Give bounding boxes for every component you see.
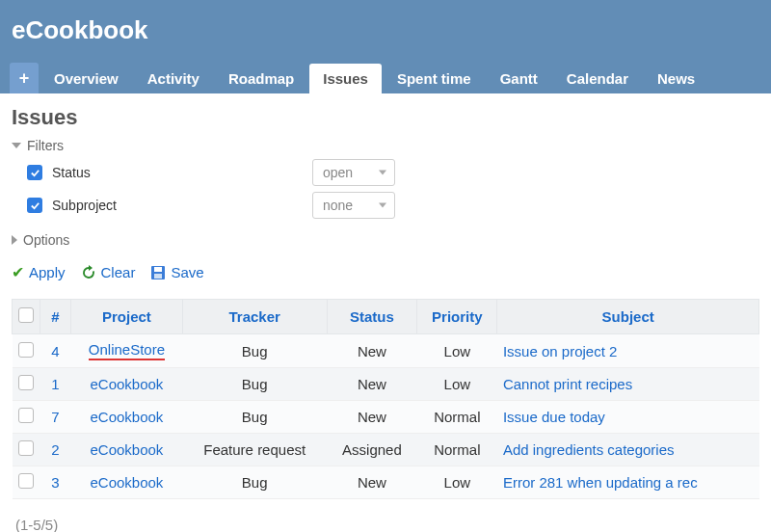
priority-cell: Low	[417, 466, 497, 499]
save-label: Save	[171, 264, 203, 280]
subject-link[interactable]: Issue on project 2	[503, 343, 617, 359]
issue-id-link[interactable]: 3	[51, 474, 59, 491]
project-link[interactable]: eCookbook	[90, 474, 163, 491]
filter-row-status: Statusopen	[27, 159, 759, 186]
tab-activity[interactable]: Activity	[134, 64, 213, 93]
issue-id-link[interactable]: 2	[51, 441, 59, 458]
svg-rect-2	[154, 274, 162, 279]
apply-label: Apply	[29, 264, 66, 280]
tab-roadmap[interactable]: Roadmap	[215, 64, 307, 93]
reload-icon	[81, 265, 96, 280]
subject-link[interactable]: Add ingredients categories	[503, 441, 675, 458]
column-header-priority[interactable]: Priority	[417, 300, 497, 334]
filter-label: Status	[52, 165, 303, 180]
tab-bar: + OverviewActivityRoadmapIssuesSpent tim…	[10, 63, 761, 93]
issue-id-link[interactable]: 4	[51, 343, 59, 359]
select-all-checkbox[interactable]	[18, 307, 34, 323]
tab-spent-time[interactable]: Spent time	[384, 64, 485, 93]
save-button[interactable]: Save	[150, 264, 203, 280]
project-link[interactable]: eCookbook	[90, 409, 163, 425]
clear-label: Clear	[101, 264, 136, 280]
filter-checkbox-subproject[interactable]	[27, 198, 42, 213]
subject-link[interactable]: Issue due today	[503, 409, 605, 425]
status-cell: Assigned	[327, 434, 417, 466]
table-row: 2eCookbookFeature requestAssignedNormalA…	[13, 434, 759, 466]
options-label: Options	[23, 232, 69, 248]
issue-id-link[interactable]: 1	[51, 376, 59, 392]
project-title: eCookbook	[10, 15, 761, 63]
row-checkbox[interactable]	[18, 342, 34, 358]
caret-down-icon	[12, 143, 21, 148]
tracker-cell: Bug	[182, 334, 327, 368]
tab-gantt[interactable]: Gantt	[487, 64, 551, 93]
issue-id-link[interactable]: 7	[51, 409, 59, 425]
row-checkbox[interactable]	[18, 440, 34, 456]
tab-news[interactable]: News	[644, 64, 708, 93]
pager: (1-5/5)	[15, 517, 756, 532]
status-cell: New	[327, 466, 417, 499]
options-header[interactable]: Options	[12, 232, 759, 248]
select-all-header[interactable]	[13, 300, 40, 334]
project-link[interactable]: OnlineStore	[89, 341, 165, 360]
filter-select-status[interactable]: open	[312, 159, 395, 186]
priority-cell: Low	[417, 368, 497, 401]
page-title: Issues	[12, 105, 759, 130]
filter-row-subproject: Subprojectnone	[27, 192, 759, 219]
svg-rect-1	[154, 267, 162, 272]
row-checkbox[interactable]	[18, 375, 34, 390]
subject-link[interactable]: Error 281 when updating a rec	[503, 474, 698, 491]
issues-table: #ProjectTrackerStatusPrioritySubject 4On…	[12, 299, 759, 499]
table-row: 3eCookbookBugNewLowError 281 when updati…	[13, 466, 759, 499]
filter-checkbox-status[interactable]	[27, 165, 42, 180]
priority-cell: Normal	[417, 401, 497, 434]
disk-icon	[150, 265, 166, 280]
filters-label: Filters	[27, 138, 64, 153]
project-link[interactable]: eCookbook	[90, 441, 163, 458]
tab-issues[interactable]: Issues	[309, 64, 382, 93]
column-header-project[interactable]: Project	[71, 300, 183, 334]
table-row: 7eCookbookBugNewNormalIssue due today	[13, 401, 759, 434]
row-checkbox[interactable]	[18, 473, 34, 489]
tracker-cell: Bug	[182, 368, 327, 401]
column-header-subject[interactable]: Subject	[497, 300, 759, 334]
tab-overview[interactable]: Overview	[40, 64, 132, 93]
filter-label: Subproject	[52, 198, 303, 213]
filters-header[interactable]: Filters	[12, 138, 759, 153]
row-checkbox[interactable]	[18, 408, 34, 423]
add-tab-button[interactable]: +	[10, 63, 39, 93]
column-header-tracker[interactable]: Tracker	[182, 300, 327, 334]
filter-select-subproject[interactable]: none	[312, 192, 395, 219]
priority-cell: Low	[417, 334, 497, 368]
column-header-status[interactable]: Status	[327, 300, 417, 334]
column-header-[interactable]: #	[40, 300, 71, 334]
tracker-cell: Feature request	[182, 434, 327, 466]
subject-link[interactable]: Cannot print recipes	[503, 376, 632, 392]
table-row: 1eCookbookBugNewLowCannot print recipes	[13, 368, 759, 401]
tracker-cell: Bug	[182, 401, 327, 434]
tracker-cell: Bug	[182, 466, 327, 499]
status-cell: New	[327, 368, 417, 401]
table-row: 4OnlineStoreBugNewLowIssue on project 2	[13, 334, 759, 368]
status-cell: New	[327, 334, 417, 368]
check-icon: ✔	[12, 263, 24, 281]
status-cell: New	[327, 401, 417, 434]
priority-cell: Normal	[417, 434, 497, 466]
clear-button[interactable]: Clear	[81, 264, 136, 280]
caret-right-icon	[12, 235, 17, 245]
tab-calendar[interactable]: Calendar	[553, 64, 642, 93]
apply-button[interactable]: ✔ Apply	[12, 263, 66, 281]
project-link[interactable]: eCookbook	[90, 376, 163, 392]
